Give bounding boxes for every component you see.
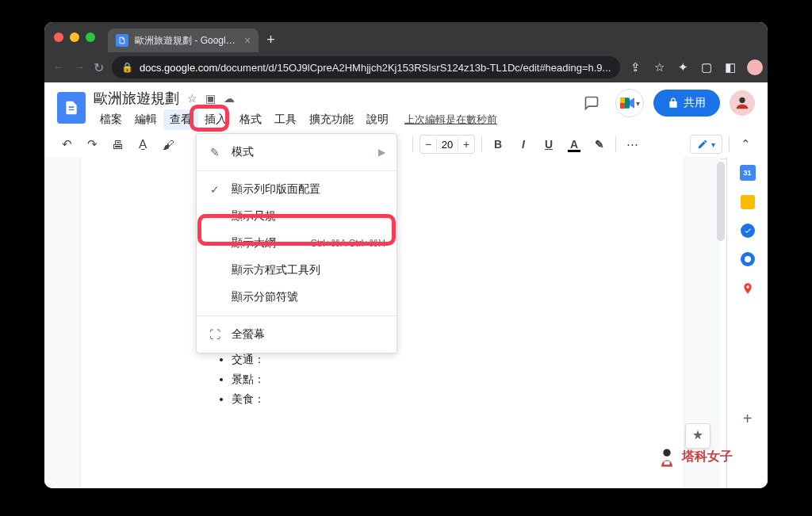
header-right: ▾ 共用 bbox=[577, 89, 755, 117]
toolbar-right: ▾ ⌃ bbox=[690, 135, 755, 154]
watermark-text: 塔科女子 bbox=[682, 449, 733, 465]
list-item[interactable]: 美食： bbox=[232, 389, 612, 409]
fullscreen-icon: ⛶ bbox=[208, 328, 222, 341]
comment-history-icon[interactable] bbox=[577, 89, 606, 117]
doc-title-icons: ☆ ▣ ☁ bbox=[187, 92, 235, 105]
cloud-icon[interactable]: ☁ bbox=[224, 92, 235, 105]
menu-tools[interactable]: 工具 bbox=[268, 109, 303, 130]
maps-icon[interactable] bbox=[740, 281, 756, 296]
separator bbox=[412, 136, 413, 152]
traffic-lights bbox=[54, 32, 95, 42]
separator bbox=[729, 136, 730, 152]
menu-extensions[interactable]: 擴充功能 bbox=[303, 109, 360, 130]
chevron-right-icon: ▶ bbox=[378, 147, 385, 158]
overflow-icon[interactable]: ⋯ bbox=[622, 135, 642, 154]
move-icon[interactable]: ▣ bbox=[205, 92, 216, 105]
calendar-icon[interactable]: 31 bbox=[740, 165, 756, 181]
menu-item-equation[interactable]: 顯示方程式工具列 bbox=[197, 257, 396, 284]
window-minimize[interactable] bbox=[70, 32, 79, 42]
font-size-control: − 20 + bbox=[419, 135, 475, 154]
cast-icon[interactable]: ▢ bbox=[699, 60, 714, 75]
nav-forward-icon[interactable]: → bbox=[73, 60, 86, 75]
italic-icon[interactable]: I bbox=[514, 138, 533, 151]
font-size-increase[interactable]: + bbox=[458, 138, 474, 151]
pencil-icon: ✎ bbox=[208, 146, 222, 159]
url-field[interactable]: 🔒 docs.google.com/document/d/15OJ9lCpreA… bbox=[112, 56, 620, 78]
docs-info: 歐洲旅遊規劃 ☆ ▣ ☁ 檔案 編輯 查看 插入 格式 工具 擴充功能 說明 上… bbox=[94, 89, 569, 130]
document-title[interactable]: 歐洲旅遊規劃 bbox=[94, 89, 179, 108]
menu-item-section-breaks[interactable]: 顯示分節符號 bbox=[197, 284, 396, 311]
tab-title: 歐洲旅遊規劃 - Google 文件 bbox=[135, 34, 238, 48]
browser-window: 歐洲旅遊規劃 - Google 文件 × + ← → ↻ 🔒 docs.goog… bbox=[44, 22, 768, 488]
browser-tab[interactable]: 歐洲旅遊規劃 - Google 文件 × bbox=[108, 29, 259, 52]
star-icon[interactable]: ☆ bbox=[187, 92, 197, 105]
svg-rect-3 bbox=[620, 103, 625, 109]
svg-point-6 bbox=[663, 449, 670, 457]
new-tab-button[interactable]: + bbox=[266, 32, 275, 48]
menu-file[interactable]: 檔案 bbox=[94, 109, 128, 130]
menu-separator bbox=[197, 315, 396, 316]
scrollbar[interactable] bbox=[717, 162, 725, 241]
url-text: docs.google.com/document/d/15OJ9lCpreA2H… bbox=[140, 62, 611, 74]
separator bbox=[481, 136, 482, 152]
share-button[interactable]: 共用 bbox=[653, 90, 720, 117]
font-size-value[interactable]: 20 bbox=[436, 139, 458, 151]
menu-edit[interactable]: 編輯 bbox=[128, 109, 163, 130]
text-color-icon[interactable]: A bbox=[565, 138, 584, 151]
menu-bar: 檔案 編輯 查看 插入 格式 工具 擴充功能 說明 上次編輯是在數秒前 bbox=[94, 109, 569, 130]
view-dropdown: ✎ 模式 ▶ ✓ 顯示列印版面配置 顯示尺規 顯示大綱 Ctrl+⌘A Ctrl… bbox=[196, 133, 397, 354]
underline-icon[interactable]: U bbox=[539, 138, 558, 151]
font-size-decrease[interactable]: − bbox=[420, 138, 436, 151]
print-icon[interactable]: 🖶 bbox=[108, 135, 127, 154]
chrome-actions: ⇪ ☆ ✦ ▢ ◧ ⋮ bbox=[628, 59, 768, 75]
last-edit-link[interactable]: 上次編輯是在數秒前 bbox=[404, 113, 497, 127]
svg-point-4 bbox=[739, 97, 745, 103]
window-maximize[interactable] bbox=[86, 32, 95, 42]
meet-icon[interactable]: ▾ bbox=[615, 89, 644, 117]
extension-icon[interactable]: ✦ bbox=[676, 60, 690, 75]
docs-logo-icon[interactable] bbox=[57, 92, 86, 124]
menu-item-outline[interactable]: 顯示大綱 Ctrl+⌘A Ctrl+⌘H bbox=[197, 230, 396, 257]
menu-item-print-layout[interactable]: ✓ 顯示列印版面配置 bbox=[197, 176, 396, 203]
addressbar: ← → ↻ 🔒 docs.google.com/document/d/15OJ9… bbox=[44, 52, 768, 82]
undo-icon[interactable]: ↶ bbox=[57, 135, 76, 154]
keep-icon[interactable] bbox=[741, 195, 755, 209]
svg-rect-2 bbox=[620, 97, 625, 103]
highlight-icon[interactable]: ✎ bbox=[590, 138, 609, 151]
menu-help[interactable]: 說明 bbox=[360, 109, 395, 130]
share-icon[interactable]: ⇪ bbox=[628, 60, 642, 75]
editing-mode-button[interactable]: ▾ bbox=[690, 135, 722, 154]
menu-format[interactable]: 格式 bbox=[233, 109, 268, 130]
window-close[interactable] bbox=[54, 32, 63, 42]
nav-reload-icon[interactable]: ↻ bbox=[94, 60, 104, 75]
check-icon: ✓ bbox=[208, 183, 222, 196]
menu-separator bbox=[197, 170, 396, 171]
watermark-icon bbox=[655, 445, 679, 468]
collapse-panel-icon[interactable]: ⌃ bbox=[736, 135, 755, 154]
redo-icon[interactable]: ↷ bbox=[82, 135, 102, 154]
side-panel: 31 + bbox=[726, 157, 768, 488]
bookmark-icon[interactable]: ☆ bbox=[652, 60, 666, 75]
lock-icon: 🔒 bbox=[121, 62, 133, 73]
user-avatar[interactable] bbox=[730, 90, 755, 116]
toolbar: ↶ ↷ 🖶 A̱ 🖌 − 20 + B I U A ✎ ⋯ ▾ ⌃ bbox=[44, 130, 768, 159]
tasks-icon[interactable] bbox=[741, 224, 755, 238]
paint-format-icon[interactable]: 🖌 bbox=[159, 135, 178, 154]
menu-view[interactable]: 查看 bbox=[163, 109, 198, 130]
docs-favicon bbox=[116, 34, 128, 47]
tab-close-icon[interactable]: × bbox=[244, 34, 251, 47]
nav-back-icon[interactable]: ← bbox=[52, 60, 65, 75]
add-addon-icon[interactable]: + bbox=[740, 411, 756, 426]
menu-item-fullscreen[interactable]: ⛶ 全螢幕 bbox=[197, 321, 396, 348]
contacts-icon[interactable] bbox=[741, 252, 755, 266]
doc-title-row: 歐洲旅遊規劃 ☆ ▣ ☁ bbox=[94, 89, 569, 108]
menu-item-ruler[interactable]: 顯示尺規 bbox=[197, 203, 396, 230]
spellcheck-icon[interactable]: A̱ bbox=[133, 135, 152, 154]
list-item[interactable]: 景點： bbox=[232, 369, 612, 389]
browser-avatar[interactable] bbox=[747, 59, 763, 75]
menu-insert[interactable]: 插入 bbox=[198, 109, 233, 130]
svg-point-5 bbox=[746, 285, 749, 288]
bold-icon[interactable]: B bbox=[488, 138, 508, 151]
menu-item-mode[interactable]: ✎ 模式 ▶ bbox=[197, 139, 396, 166]
panel-icon[interactable]: ◧ bbox=[723, 60, 737, 75]
